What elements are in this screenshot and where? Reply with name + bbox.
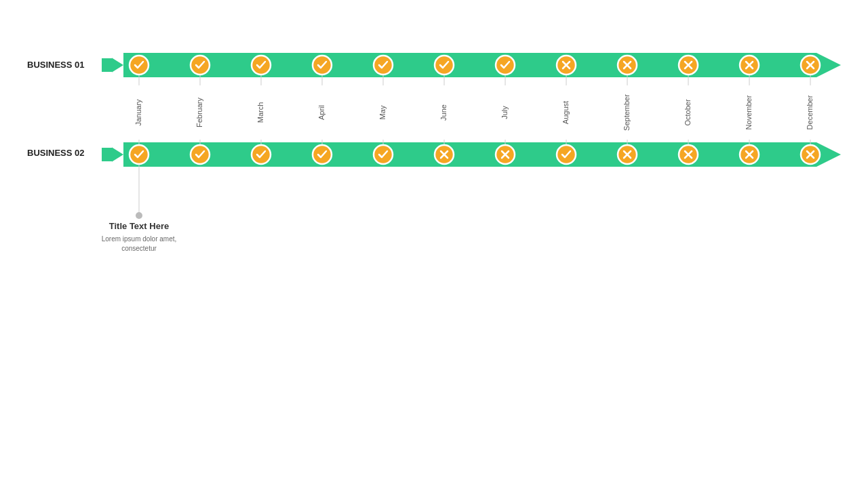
month-group-3: April <box>317 105 326 120</box>
month-label-6: July <box>500 106 509 119</box>
track1-tail-notch-top <box>102 46 112 58</box>
month-label-7: August <box>561 101 570 124</box>
month-group-6: July <box>500 106 509 119</box>
month-group-10: November <box>745 95 753 129</box>
business2-label: BUSINESS 02 <box>27 148 85 158</box>
month-group-4: May <box>378 105 387 119</box>
month-label-4: May <box>378 105 387 119</box>
page: BUSINESS 01 BUSINESS 02 JanuaryFebruaryM… <box>0 0 868 488</box>
month-group-0: January <box>134 99 142 126</box>
month-group-2: March <box>256 102 264 123</box>
month-group-11: December <box>806 95 814 129</box>
month-group-5: June <box>439 104 448 121</box>
month-label-8: September <box>623 94 631 131</box>
month-group-8: September <box>623 94 631 131</box>
month-group-9: October <box>684 99 692 125</box>
month-label-0: January <box>134 99 142 126</box>
month-label-5: June <box>439 104 448 121</box>
top-card-dot-0 <box>136 212 142 219</box>
top-card-text-0-1: consectetur <box>121 245 157 252</box>
month-label-9: October <box>684 99 692 125</box>
top-card-text-0-0: Lorem ipsum dolor amet, <box>102 235 177 243</box>
month-label-10: November <box>745 95 753 129</box>
month-label-2: March <box>256 102 264 123</box>
month-group-7: August <box>561 101 570 124</box>
month-label-11: December <box>806 95 814 129</box>
track2-tail-notch-top <box>102 136 112 148</box>
business1-label: BUSINESS 01 <box>27 60 85 70</box>
track1-tail-notch-bottom <box>102 72 112 84</box>
track1-body <box>123 53 816 77</box>
top-card-title-0: Title Text Here <box>109 221 169 231</box>
month-group-1: February <box>195 97 203 127</box>
track2-tail-notch-bottom <box>102 161 112 174</box>
track2-body <box>123 142 816 167</box>
month-label-1: February <box>195 97 203 127</box>
month-label-3: April <box>317 105 326 120</box>
timeline-diagram: BUSINESS 01 BUSINESS 02 JanuaryFebruaryM… <box>27 26 841 405</box>
